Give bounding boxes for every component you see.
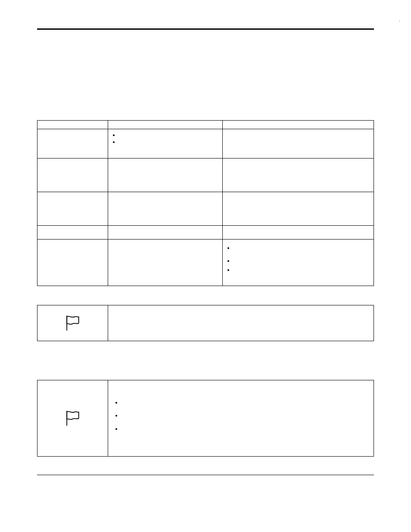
bullet-list: [114, 399, 367, 432]
bullet-item: [119, 132, 219, 139]
table-row: [37, 240, 374, 286]
page-corner-mark: ': [399, 20, 400, 24]
bullet-item: [234, 245, 370, 252]
table-cell: [222, 129, 374, 159]
flag-icon: [63, 409, 82, 428]
bullet-item: [234, 258, 370, 264]
table-cell: [108, 192, 223, 226]
bullet-item: [234, 267, 370, 274]
bullet-item: [122, 412, 367, 419]
table-header-row: [37, 121, 374, 129]
table-cell: [37, 159, 108, 192]
table-cell: [37, 226, 108, 240]
callout-body: [108, 305, 374, 341]
footer-rule: [37, 475, 374, 475]
bullet-item: [122, 426, 367, 432]
table-cell: [222, 240, 374, 286]
flag-icon: [63, 314, 82, 333]
header-rule: [37, 28, 374, 30]
bullet-item: [119, 139, 219, 146]
callout-body: [108, 380, 374, 456]
callout-box: [37, 305, 374, 341]
table-cell: [108, 240, 223, 286]
callout-box: [37, 380, 374, 457]
table-cell: [37, 192, 108, 226]
table-row: [37, 159, 374, 192]
table-cell: [37, 129, 108, 159]
table-header-cell: [222, 121, 374, 129]
callout-lead-text: [114, 386, 367, 397]
table-row: [37, 192, 374, 226]
table-cell: [222, 226, 374, 240]
bullet-list: [226, 245, 370, 274]
main-table: [37, 120, 374, 286]
table-cell: [222, 159, 374, 192]
bullet-item: [122, 399, 367, 406]
table-row: [37, 129, 374, 159]
table-cell: [108, 159, 223, 192]
table-header-cell: [37, 121, 108, 129]
bullet-list: [112, 132, 219, 146]
table-cell: [108, 129, 223, 159]
page: ': [0, 0, 411, 532]
callout-icon-cell: [37, 305, 108, 341]
table-cell: [222, 192, 374, 226]
callout-icon-cell: [37, 380, 108, 456]
table-cell: [108, 226, 223, 240]
table-row: [37, 226, 374, 240]
table-header-cell: [108, 121, 223, 129]
table-cell: [37, 240, 108, 286]
